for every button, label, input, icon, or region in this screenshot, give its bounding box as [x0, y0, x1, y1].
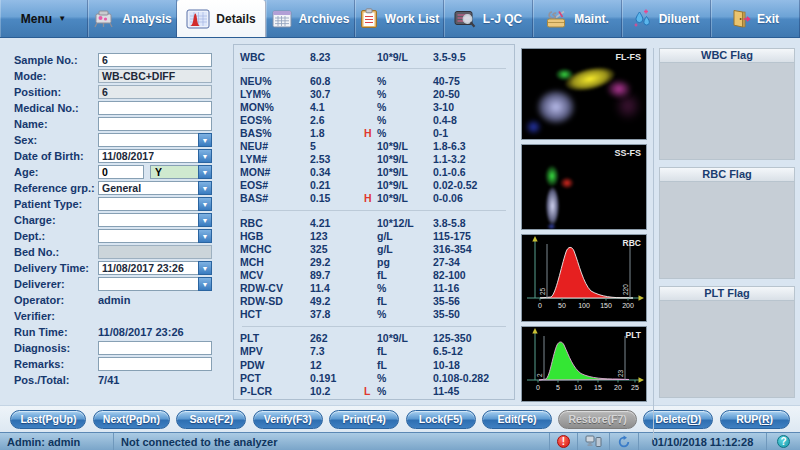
form-row-reference-grp: Reference grp.:General▼ — [14, 180, 232, 196]
result-row-rdw-cv: RDW-CV11.4%11-16 — [240, 282, 508, 295]
action-button-verify-f3[interactable]: Verify(F3) — [253, 410, 323, 429]
result-param: RDW-CV — [240, 282, 310, 294]
result-value: 60.8 — [310, 75, 364, 87]
result-unit: % — [377, 75, 433, 87]
input-diagnosis[interactable] — [98, 341, 212, 355]
error-badge: ! — [557, 435, 570, 448]
toolbar-item-l-j-qc[interactable]: L-J QC — [444, 0, 533, 37]
result-value: 49.2 — [310, 295, 364, 307]
result-value: 10.2 — [310, 385, 364, 397]
svg-text:25: 25 — [539, 287, 546, 295]
field-bed-no — [98, 245, 212, 259]
dropdown-reference-grp[interactable]: General▼ — [98, 181, 212, 195]
result-value: 2.53 — [310, 153, 364, 165]
dropdown-age-unit[interactable]: Y▼ — [150, 165, 212, 179]
form-row-sample-no: Sample No.:6 — [14, 52, 232, 68]
action-button-next-pgdn[interactable]: Next(PgDn) — [93, 410, 170, 429]
toolbar-label-exit: Exit — [757, 12, 779, 26]
input-sample-no[interactable]: 6 — [98, 53, 212, 67]
input-age-value[interactable]: 0 — [98, 165, 144, 179]
toolbar-item-diluent[interactable]: Diluent — [622, 0, 711, 37]
result-row-plt: PLT26210*9/L125-350 — [240, 332, 508, 345]
chevron-down-icon[interactable]: ▼ — [198, 213, 212, 227]
input-name[interactable] — [98, 117, 212, 131]
action-button-last-pgup[interactable]: Last(PgUp) — [10, 410, 86, 429]
results-separator — [242, 68, 506, 69]
form-label-bed-no: Bed No.: — [14, 246, 98, 258]
app-window: Menu▼AnalysisDetailsArchivesWork ListL-J… — [0, 0, 800, 450]
result-row-bas: BAS%1.8H%0-1 — [240, 126, 508, 139]
toolbar-item-maint[interactable]: Maint. — [533, 0, 622, 37]
toolbar-item-details[interactable]: Details — [177, 0, 266, 37]
result-row-mpv: MPV7.3fL6.5-12 — [240, 345, 508, 358]
chevron-down-icon[interactable]: ▼ — [198, 277, 212, 291]
error-icon: ! — [549, 433, 577, 450]
result-param: EOS# — [240, 179, 310, 191]
result-param: MCH — [240, 256, 310, 268]
result-row-neu: NEU%60.8%40-75 — [240, 74, 508, 87]
result-param: LYM% — [240, 88, 310, 100]
dropdown-charge[interactable]: ▼ — [98, 213, 212, 227]
result-range: 0.02-0.52 — [433, 179, 508, 191]
svg-text:0: 0 — [536, 384, 540, 391]
result-unit: fL — [377, 345, 433, 357]
input-remarks[interactable] — [98, 357, 212, 371]
result-value: 4.21 — [310, 217, 364, 229]
top-toolbar: Menu▼AnalysisDetailsArchivesWork ListL-J… — [0, 0, 800, 38]
flag-panel-plt-flag: PLT Flag — [659, 286, 795, 398]
toolbar-item-work-list[interactable]: Work List — [355, 0, 444, 37]
svg-text:RBC: RBC — [623, 238, 641, 248]
result-param: PCT — [240, 372, 310, 384]
chevron-down-icon[interactable]: ▼ — [198, 133, 212, 147]
chevron-down-icon[interactable]: ▼ — [198, 229, 212, 243]
flag-panel-title-rbc-flag: RBC Flag — [659, 167, 795, 182]
result-row-lym: LYM#2.5310*9/L1.1-3.2 — [240, 153, 508, 166]
result-value: 0.15 — [310, 192, 364, 204]
form-label-remarks: Remarks: — [14, 358, 98, 370]
dropdown-dept[interactable]: ▼ — [98, 229, 212, 243]
action-button-lock-f5[interactable]: Lock(F5) — [406, 410, 476, 429]
dropdown-delivery-time[interactable]: 11/08/2017 23:26▼ — [98, 261, 212, 275]
chevron-down-icon[interactable]: ▼ — [198, 197, 212, 211]
chevron-down-icon[interactable]: ▼ — [198, 181, 212, 195]
dropdown-date-of-birth[interactable]: 11/08/2017▼ — [98, 149, 212, 163]
form-row-patient-type: Patient Type:▼ — [14, 196, 232, 212]
chevron-down-icon[interactable]: ▼ — [198, 261, 212, 275]
form-row-date-of-birth: Date of Birth:11/08/2017▼ — [14, 148, 232, 164]
form-row-charge: Charge:▼ — [14, 212, 232, 228]
form-row-medical-no: Medical No.: — [14, 100, 232, 116]
dropdown-sex[interactable]: ▼ — [98, 133, 212, 147]
result-flag: L — [364, 385, 377, 397]
toolbar-label-details: Details — [216, 12, 255, 26]
toolbar-item-analysis[interactable]: Analysis — [88, 0, 177, 37]
form-label-age: Age: — [14, 166, 98, 178]
result-row-p-lcr: P-LCR10.2L%11-45 — [240, 384, 508, 397]
value-verifier — [98, 309, 212, 323]
input-medical-no[interactable] — [98, 101, 212, 115]
result-row-mon: MON%4.1%3-10 — [240, 100, 508, 113]
result-row-lym: LYM%30.7%20-50 — [240, 87, 508, 100]
chevron-down-icon[interactable]: ▼ — [198, 165, 212, 179]
svg-text:0: 0 — [538, 302, 542, 309]
result-unit: pg — [377, 256, 433, 268]
toolbar-item-archives[interactable]: Archives — [266, 0, 355, 37]
form-label-pos-total: Pos./Total: — [14, 374, 98, 386]
result-unit: fL — [377, 359, 433, 371]
result-param: NEU% — [240, 75, 310, 87]
toolbar-item-menu[interactable]: Menu▼ — [0, 0, 88, 37]
toolbar-item-exit[interactable]: Exit — [711, 0, 800, 37]
chevron-down-icon[interactable]: ▼ — [198, 149, 212, 163]
result-param: LYM# — [240, 153, 310, 165]
result-unit: fL — [377, 295, 433, 307]
charts-column: FL-FS SS-FS 25220050100150200RBC 2230510… — [521, 48, 649, 406]
action-button-print-f4[interactable]: Print(F4) — [329, 410, 399, 429]
dropdown-patient-type[interactable]: ▼ — [98, 197, 212, 211]
result-unit: % — [377, 114, 433, 126]
result-row-bas: BAS#0.15H10*9/L0-0.06 — [240, 192, 508, 205]
form-label-position: Position: — [14, 86, 98, 98]
action-button-edit-f6[interactable]: Edit(F6) — [482, 410, 552, 429]
action-button-save-f2[interactable]: Save(F2) — [176, 410, 246, 429]
result-range: 0-0.06 — [433, 192, 508, 204]
form-label-charge: Charge: — [14, 214, 98, 226]
dropdown-deliverer[interactable]: ▼ — [98, 277, 212, 291]
